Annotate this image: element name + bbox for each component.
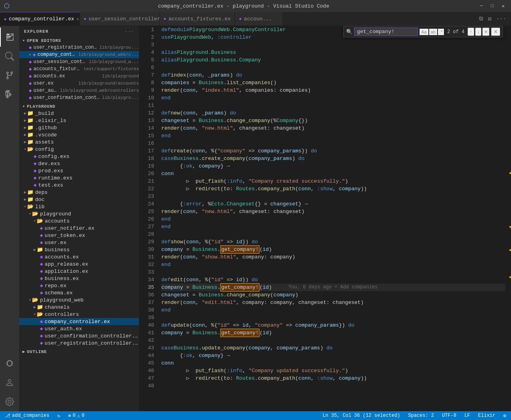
tab-accounts[interactable]: ◆ accoun... bbox=[235, 12, 283, 26]
open-editor-user-registration[interactable]: ◆ user_registration_controller.ex lib/pl… bbox=[19, 44, 139, 51]
search-next-button[interactable]: ↓ bbox=[475, 28, 482, 36]
open-editor-accounts-fixtures[interactable]: ◆ accounts_fixtures.ex test/support/fixt… bbox=[19, 65, 139, 73]
tree-playground-web[interactable]: ▾ 📂 playground_web bbox=[19, 296, 139, 304]
folder-label: .vscode bbox=[35, 132, 139, 138]
statusbar-language[interactable]: Elixir bbox=[477, 413, 497, 418]
tree-channels[interactable]: ▶ 📁 channels bbox=[19, 304, 139, 311]
tree-repo-ex[interactable]: ◆ repo.ex bbox=[19, 282, 139, 289]
warning-icon: ⚠ bbox=[77, 413, 80, 419]
search-input[interactable] bbox=[354, 28, 418, 36]
open-editor-user-session[interactable]: ◆ user_session_controller.ex lib/playgro… bbox=[19, 58, 139, 65]
tree-accounts-ex[interactable]: ◆ accounts.ex bbox=[19, 253, 139, 260]
tree-runtime-exs[interactable]: ◆ runtime.exs bbox=[19, 174, 139, 181]
search-prev-button[interactable]: ↑ bbox=[467, 28, 474, 36]
tree-playground-folder[interactable]: ▾ 📂 playground bbox=[19, 210, 139, 217]
open-editor-user-confirmation[interactable]: ◆ user_confirmation_controller.ex lib/pl… bbox=[19, 94, 139, 101]
tree-prod-exs[interactable]: ◆ prod.exs bbox=[19, 167, 139, 174]
folder-icon: 📁 bbox=[37, 304, 43, 310]
file-label: app_release.ex bbox=[45, 261, 139, 267]
tree-config[interactable]: ▾ 📂 config bbox=[19, 146, 139, 153]
statusbar-spaces[interactable]: Spaces: 2 bbox=[406, 413, 436, 418]
regex-button[interactable]: .* bbox=[438, 29, 444, 35]
tree-build[interactable]: ▶ 📁 _build bbox=[19, 110, 139, 117]
playground-section-header[interactable]: ▾ PLAYGROUND bbox=[19, 103, 139, 110]
tree-lib[interactable]: ▾ 📂 lib bbox=[19, 203, 139, 210]
folder-label: playground_web bbox=[40, 297, 139, 303]
tree-application[interactable]: ◆ application.ex bbox=[19, 268, 139, 275]
tree-controllers[interactable]: ▾ 📂 controllers bbox=[19, 311, 139, 318]
spaces-text: Spaces: 2 bbox=[408, 413, 434, 418]
tree-user-registration-file[interactable]: ◆ user_registration_controller.ex bbox=[19, 339, 139, 347]
tree-user-auth-file[interactable]: ◆ user_auth.ex bbox=[19, 325, 139, 332]
code-line: case Business.update_company(company, co… bbox=[161, 344, 505, 352]
statusbar-errors[interactable]: ⊗ 0 ⚠ 0 bbox=[67, 413, 86, 419]
open-editor-company-controller[interactable]: ✕ ◆ company_controller.ex lib/playground… bbox=[19, 51, 139, 58]
open-editor-accounts[interactable]: ◆ accounts.ex lib/playground bbox=[19, 73, 139, 80]
tree-dev-exs[interactable]: ◆ dev.exs bbox=[19, 160, 139, 167]
tree-user-ex[interactable]: ◆ user.ex bbox=[19, 239, 139, 246]
activity-extensions[interactable] bbox=[0, 85, 19, 104]
tree-accounts-folder[interactable]: ▾ 📂 accounts bbox=[19, 217, 139, 225]
search-close-button[interactable]: ✕ bbox=[491, 28, 500, 36]
statusbar-sync[interactable]: ↻ bbox=[56, 413, 62, 419]
close-icon[interactable]: ✕ bbox=[29, 52, 31, 57]
file-label: user.ex bbox=[45, 240, 139, 246]
tree-config-exs[interactable]: ◆ config.exs bbox=[19, 153, 139, 160]
activity-remote[interactable] bbox=[0, 354, 19, 373]
minimize-button[interactable]: ─ bbox=[477, 2, 485, 10]
tab-user-session[interactable]: ◆ user_session_controller.ex bbox=[80, 12, 160, 26]
folder-icon: 📁 bbox=[27, 117, 34, 124]
search-more-button[interactable]: ≡ bbox=[482, 28, 489, 36]
statusbar-settings[interactable]: ⚙ bbox=[502, 413, 508, 419]
chevron-right-icon: ▶ bbox=[24, 111, 26, 116]
tab-company-controller[interactable]: ◆ company_controller.ex ✕ bbox=[0, 12, 80, 26]
elixir-file-icon: ◆ bbox=[40, 325, 43, 332]
tree-company-controller-file[interactable]: ◆ company_controller.ex bbox=[19, 318, 139, 325]
statusbar-encoding[interactable]: UTF-8 bbox=[440, 413, 458, 418]
sidebar-more-icon[interactable]: ··· bbox=[125, 29, 134, 34]
open-editors-section-header[interactable]: ▾ OPEN EDITORS bbox=[19, 37, 139, 44]
statusbar-branch[interactable]: ⎇ add_companies bbox=[3, 413, 51, 419]
statusbar-eol[interactable]: LF bbox=[463, 413, 471, 418]
open-editor-user[interactable]: ◆ user.ex lib/playground/accounts bbox=[19, 80, 139, 87]
tree-vscode[interactable]: ▶ 📁 .vscode bbox=[19, 131, 139, 138]
tree-elixir-ls[interactable]: ▶ 📁 .elixir_ls bbox=[19, 117, 139, 124]
activity-source-control[interactable] bbox=[0, 66, 19, 85]
tree-business-ex[interactable]: ◆ business.ex bbox=[19, 275, 139, 282]
more-actions-icon[interactable]: ··· bbox=[495, 15, 508, 23]
chevron-right-icon: ▶ bbox=[24, 140, 26, 144]
tree-user-notifier[interactable]: ◆ user_notifier.ex bbox=[19, 225, 139, 232]
tree-user-token[interactable]: ◆ user_token.ex bbox=[19, 232, 139, 239]
elixir-file-icon: ◆ bbox=[40, 254, 43, 260]
open-editor-user-auth[interactable]: ◆ user_auth.ex lib/playground_web/contro… bbox=[19, 87, 139, 94]
tree-doc[interactable]: ▶ 📁 doc bbox=[19, 196, 139, 203]
tab-accounts-fixtures[interactable]: ◆ accounts_fixtures.ex bbox=[160, 12, 235, 26]
code-line: end bbox=[161, 215, 505, 223]
tree-assets[interactable]: ▶ 📁 assets bbox=[19, 138, 139, 146]
tree-test-exs[interactable]: ◆ test.exs bbox=[19, 181, 139, 189]
toggle-panel-icon[interactable]: ⊟ bbox=[486, 15, 493, 23]
tree-schema-ex[interactable]: ◆ schema.ex bbox=[19, 289, 139, 296]
split-editor-icon[interactable]: ⧉ bbox=[477, 15, 485, 23]
maximize-button[interactable]: □ bbox=[489, 2, 496, 10]
statusbar-position[interactable]: Ln 35, Col 36 (12 selected) bbox=[321, 413, 402, 418]
match-case-button[interactable]: Aa bbox=[420, 29, 428, 35]
close-button[interactable]: ✕ bbox=[499, 2, 507, 10]
tab-close-icon[interactable]: ✕ bbox=[77, 17, 79, 22]
editor-scrollbar[interactable] bbox=[505, 26, 511, 411]
outline-section-header[interactable]: ▶ OUTLINE bbox=[19, 348, 139, 355]
activity-accounts[interactable] bbox=[0, 373, 19, 392]
tree-business-folder[interactable]: ▶ 📁 business bbox=[19, 246, 139, 253]
folder-open-icon: 📂 bbox=[32, 297, 38, 303]
tree-deps[interactable]: ▶ 📁 deps bbox=[19, 189, 139, 196]
tree-github[interactable]: ▶ 📁 .github bbox=[19, 124, 139, 131]
tree-user-confirmation-file[interactable]: ◆ user_confirmation_controller.ex bbox=[19, 332, 139, 339]
activity-explorer[interactable] bbox=[0, 28, 19, 47]
code-content[interactable]: defmodule PlaygroundWeb.CompanyControlle… bbox=[158, 26, 505, 411]
activity-settings[interactable] bbox=[0, 392, 19, 411]
match-word-button[interactable]: ab bbox=[429, 29, 437, 35]
tree-app-release[interactable]: ◆ app_release.ex bbox=[19, 260, 139, 268]
activity-search[interactable] bbox=[0, 47, 19, 66]
code-line: company = Business.get_company!(id) bbox=[161, 329, 505, 337]
activitybar bbox=[0, 26, 19, 411]
